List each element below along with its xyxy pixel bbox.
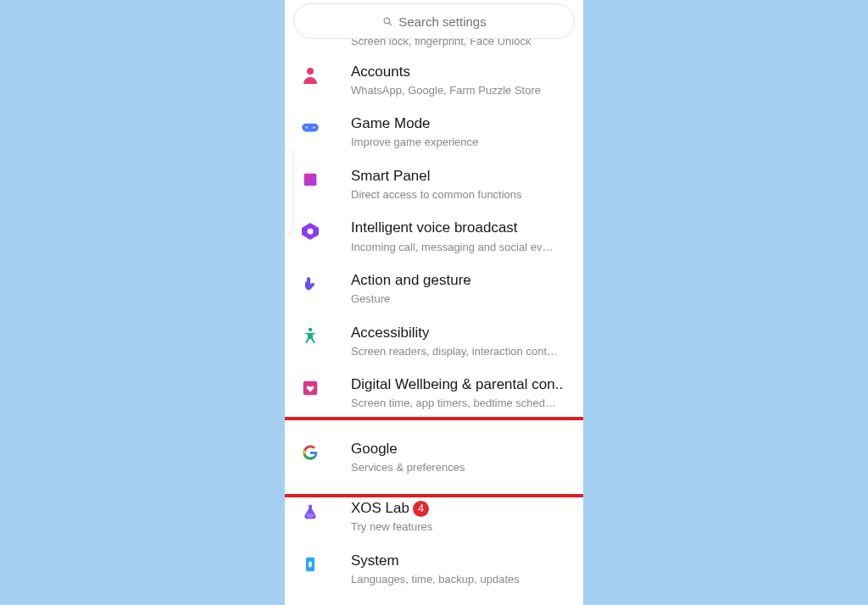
settings-item-subtitle: Direct access to common functions	[351, 187, 568, 203]
settings-item-subtitle: Screen time, app timers, bedtime sched…	[351, 396, 568, 411]
settings-item-title: Smart Panel	[351, 167, 568, 186]
settings-item-voice-broadcast[interactable]: Intelligent voice broadcast Incoming cal…	[285, 210, 583, 263]
system-icon	[299, 553, 321, 575]
heart-icon	[299, 377, 321, 399]
flask-icon	[299, 501, 321, 523]
notification-badge: 4	[413, 501, 429, 517]
settings-item-title: System	[351, 552, 568, 570]
svg-point-9	[308, 229, 314, 235]
svg-point-3	[307, 68, 314, 75]
person-icon	[299, 64, 321, 86]
settings-item-game-mode[interactable]: Game Mode Improve game experience	[285, 106, 583, 158]
settings-item-title: XOS Lab4	[351, 499, 568, 518]
settings-item-title: Google	[351, 440, 568, 458]
settings-item-title: Accessibility	[351, 324, 568, 342]
svg-rect-14	[309, 561, 311, 567]
settings-item-title: Accounts	[351, 63, 568, 81]
settings-item-subtitle: Incoming call, messaging and social ev…	[351, 240, 568, 255]
settings-item-smart-panel[interactable]: Smart Panel Direct access to common func…	[285, 158, 583, 211]
search-placeholder: Search settings	[398, 14, 486, 29]
settings-item-subtitle: Languages, time, backup, updates	[351, 572, 568, 587]
svg-point-0	[384, 18, 390, 24]
settings-item-xos-lab[interactable]: XOS Lab4 Try new features	[285, 496, 583, 543]
settings-item-subtitle: Try new features	[351, 519, 568, 535]
search-settings[interactable]: Search settings	[293, 3, 575, 39]
settings-item-system[interactable]: System Languages, time, backup, updates	[285, 543, 583, 596]
settings-item-title: Game Mode	[351, 114, 568, 133]
svg-point-6	[313, 127, 314, 129]
settings-item-subtitle: Gesture	[351, 291, 568, 307]
settings-item-accounts[interactable]: Accounts WhatsApp, Google, Farm Puzzle S…	[285, 54, 583, 107]
svg-rect-4	[302, 124, 319, 132]
accessibility-icon	[299, 325, 321, 347]
svg-point-5	[306, 127, 308, 129]
settings-item-title: Digital Wellbeing & parental con..	[351, 375, 568, 394]
svg-point-10	[309, 328, 312, 331]
search-icon	[381, 15, 393, 27]
settings-item-title: Action and gesture	[351, 271, 568, 290]
voice-icon	[299, 220, 321, 242]
settings-item-google[interactable]: Google Services & preferences	[285, 419, 583, 496]
svg-rect-7	[304, 173, 317, 186]
gamepad-icon	[299, 116, 321, 138]
gesture-icon	[299, 273, 321, 295]
settings-item-gesture[interactable]: Action and gesture Gesture	[285, 263, 583, 315]
svg-line-1	[389, 23, 392, 25]
settings-list: Screen lock, fingerprint, Face Unlock Ac…	[285, 0, 583, 605]
panel-icon	[299, 169, 321, 191]
settings-item-wellbeing[interactable]: Digital Wellbeing & parental con.. Scree…	[285, 367, 583, 419]
settings-item-title: Intelligent voice broadcast	[351, 219, 568, 237]
settings-screen: Search settings Screen lock, fingerprint…	[285, 0, 583, 605]
settings-item-subtitle: Improve game experience	[351, 135, 568, 150]
settings-item-accessibility[interactable]: Accessibility Screen readers, display, i…	[285, 315, 583, 368]
svg-point-12	[306, 513, 314, 519]
settings-item-subtitle: Screen readers, display, interaction con…	[351, 344, 568, 359]
settings-item-subtitle: WhatsApp, Google, Farm Puzzle Store	[351, 83, 568, 98]
google-icon	[299, 441, 321, 463]
settings-item-subtitle: Services & preferences	[351, 460, 568, 475]
